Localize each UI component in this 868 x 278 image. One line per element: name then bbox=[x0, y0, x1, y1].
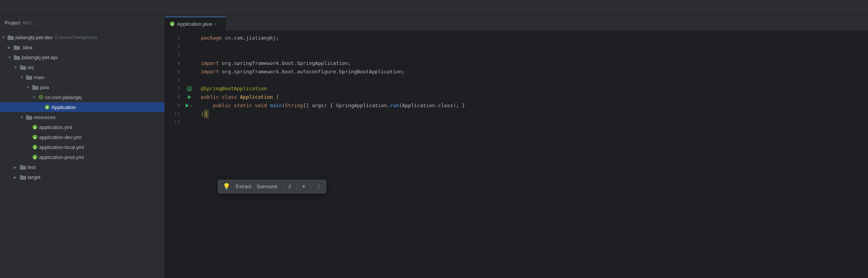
arrow-package: ▼ bbox=[32, 95, 38, 99]
gutter-1 bbox=[184, 34, 195, 42]
svg-rect-11 bbox=[32, 85, 35, 86]
code-line-12: } | bbox=[201, 110, 868, 118]
tree-item-root[interactable]: ▼ jialiangkj-pet-dev E:\sourceTree\gitee… bbox=[0, 32, 164, 42]
arrow-gutter-9: › bbox=[190, 103, 193, 108]
tree-label-main: main bbox=[34, 74, 44, 80]
yaml-icon-4: y bbox=[32, 154, 38, 160]
ln-8: 8 bbox=[165, 93, 180, 101]
folder-icon-main bbox=[26, 74, 32, 80]
tree-item-java[interactable]: ▼ java bbox=[0, 82, 164, 92]
main-layout: Project Alt+1 ▼ jialiangkj-pet-dev E:\so… bbox=[0, 15, 868, 278]
tree-item-test[interactable]: ▶ test bbox=[0, 162, 164, 172]
spring-class-icon: A bbox=[44, 104, 50, 110]
code-line-2 bbox=[201, 42, 868, 51]
ln-12: 12 bbox=[165, 110, 180, 118]
arrow-idea: ▶ bbox=[8, 45, 14, 50]
toolbar-divider-1 bbox=[283, 184, 283, 190]
tree-label-application: Application bbox=[51, 104, 76, 110]
surround-button[interactable]: Surround bbox=[256, 182, 277, 191]
editor-content[interactable]: 1 2 3 4 5 6 7 8 9 12 13 bbox=[165, 31, 868, 278]
code-line-1: package cn.com.jialiangkj; bbox=[201, 34, 868, 42]
tree-label-api: jialiangkj-pet-api bbox=[21, 55, 58, 60]
tab-spring-icon: A bbox=[169, 21, 175, 26]
more-button[interactable]: ⋮ bbox=[316, 182, 321, 191]
svg-rect-27 bbox=[20, 165, 23, 166]
svg-rect-10 bbox=[32, 86, 38, 90]
editor-area: A Application.java ✕ 1 2 3 4 5 6 7 8 9 1… bbox=[165, 15, 868, 278]
svg-rect-17 bbox=[26, 115, 29, 116]
tree-label-root: jialiangkj-pet-dev bbox=[15, 35, 53, 40]
tree-item-application[interactable]: A Application bbox=[0, 102, 164, 112]
sidebar-tree: ▼ jialiangkj-pet-dev E:\sourceTree\gitee… bbox=[0, 31, 164, 278]
extract-button[interactable]: Extract bbox=[236, 182, 251, 191]
bulb-icon[interactable]: 💡 bbox=[223, 182, 230, 191]
yaml-icon-3: y bbox=[32, 144, 38, 150]
svg-rect-2 bbox=[14, 46, 20, 50]
annotation-gutter-icon: @ bbox=[187, 86, 192, 91]
comment-button[interactable]: // bbox=[288, 182, 291, 191]
ln-9: 9 bbox=[165, 101, 180, 110]
tree-label-idea: .idea bbox=[21, 45, 32, 50]
tree-item-resources[interactable]: ▼ resources bbox=[0, 112, 164, 122]
tree-item-yaml1[interactable]: y application.yml bbox=[0, 122, 164, 132]
tab-close-button[interactable]: ✕ bbox=[214, 21, 217, 26]
ln-5: 5 bbox=[165, 68, 180, 76]
gutter-8[interactable] bbox=[184, 93, 195, 101]
folder-icon-root bbox=[8, 35, 14, 40]
gutter-3 bbox=[184, 51, 195, 59]
svg-rect-5 bbox=[14, 55, 16, 56]
tree-item-target[interactable]: ▶ target bbox=[0, 172, 164, 182]
arrow-src: ▼ bbox=[14, 65, 20, 70]
run-gutter-icon-8[interactable] bbox=[188, 95, 191, 99]
svg-rect-3 bbox=[14, 45, 16, 46]
tree-item-src[interactable]: ▼ src bbox=[0, 62, 164, 72]
code-line-13 bbox=[201, 118, 868, 127]
run-gutter-icon-9[interactable] bbox=[186, 104, 189, 108]
ln-1: 1 bbox=[165, 34, 180, 42]
tree-item-yaml4[interactable]: y application-prod.yml bbox=[0, 152, 164, 162]
tree-label-src: src bbox=[28, 65, 34, 70]
tree-item-main[interactable]: ▼ main bbox=[0, 72, 164, 82]
gutter-5 bbox=[184, 68, 195, 76]
code-editor[interactable]: package cn.com.jialiangkj; import org.sp… bbox=[195, 31, 868, 278]
gutter-9[interactable]: › bbox=[184, 101, 195, 110]
toolbar-divider-2 bbox=[296, 184, 297, 190]
list-button[interactable]: ≡ bbox=[302, 182, 305, 191]
tab-label: Application.java bbox=[177, 21, 212, 27]
tree-label-yaml2: application-dev.yml bbox=[39, 134, 81, 140]
gutter-6 bbox=[184, 76, 195, 84]
folder-icon-api bbox=[14, 55, 20, 60]
toolbar-divider-3 bbox=[311, 184, 311, 190]
svg-rect-9 bbox=[26, 75, 29, 76]
ln-7: 7 bbox=[165, 84, 180, 93]
tree-label-java: java bbox=[40, 84, 49, 90]
sidebar-project-label: Project bbox=[5, 20, 20, 26]
svg-text:y: y bbox=[34, 126, 36, 129]
sidebar: Project Alt+1 ▼ jialiangkj-pet-dev E:\so… bbox=[0, 15, 165, 278]
arrow-test: ▶ bbox=[14, 165, 20, 169]
ln-4: 4 bbox=[165, 59, 180, 68]
svg-text:A: A bbox=[46, 106, 48, 109]
gutter: @ › bbox=[184, 31, 195, 278]
svg-rect-4 bbox=[14, 56, 20, 60]
arrow-java: ▼ bbox=[26, 85, 32, 89]
svg-text:@: @ bbox=[189, 88, 191, 91]
arrow-resources: ▼ bbox=[20, 115, 26, 119]
tree-label-target: target bbox=[28, 174, 40, 180]
sidebar-shortcut: Alt+1 bbox=[22, 20, 33, 26]
tree-label-resources: resources bbox=[34, 114, 56, 120]
svg-rect-1 bbox=[8, 35, 10, 36]
tab-application-java[interactable]: A Application.java ✕ bbox=[165, 17, 226, 30]
tree-item-yaml2[interactable]: y application-dev.yml bbox=[0, 132, 164, 142]
code-line-6 bbox=[201, 76, 868, 84]
tree-item-yaml3[interactable]: y application-local.yml bbox=[0, 142, 164, 152]
tree-item-idea[interactable]: ▶ .idea bbox=[0, 42, 164, 52]
tree-item-package[interactable]: ▼ cn.com.jialiangkj bbox=[0, 92, 164, 102]
svg-text:y: y bbox=[34, 156, 36, 159]
svg-text:y: y bbox=[34, 136, 36, 139]
gutter-7: @ bbox=[184, 84, 195, 93]
package-icon bbox=[38, 94, 44, 100]
tree-item-api[interactable]: ▼ jialiangkj-pet-api bbox=[0, 52, 164, 62]
gutter-2 bbox=[184, 42, 195, 51]
svg-rect-8 bbox=[26, 76, 32, 80]
